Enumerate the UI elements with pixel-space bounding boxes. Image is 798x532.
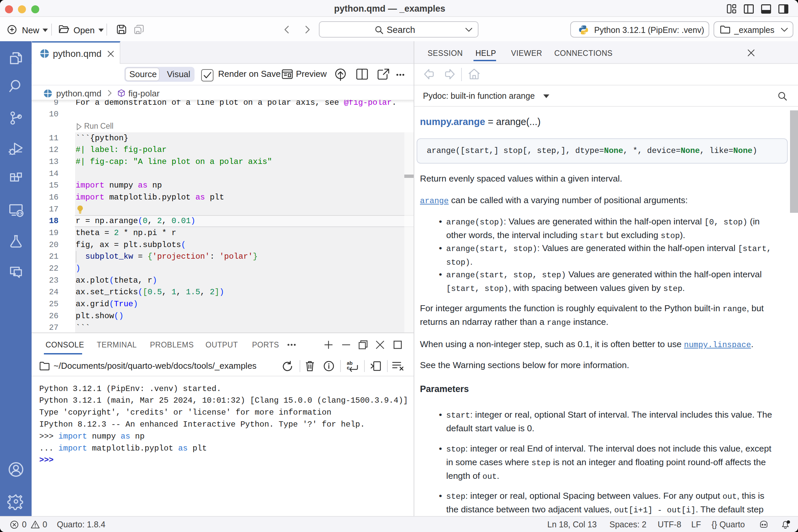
svg-text:c: c <box>347 365 349 370</box>
